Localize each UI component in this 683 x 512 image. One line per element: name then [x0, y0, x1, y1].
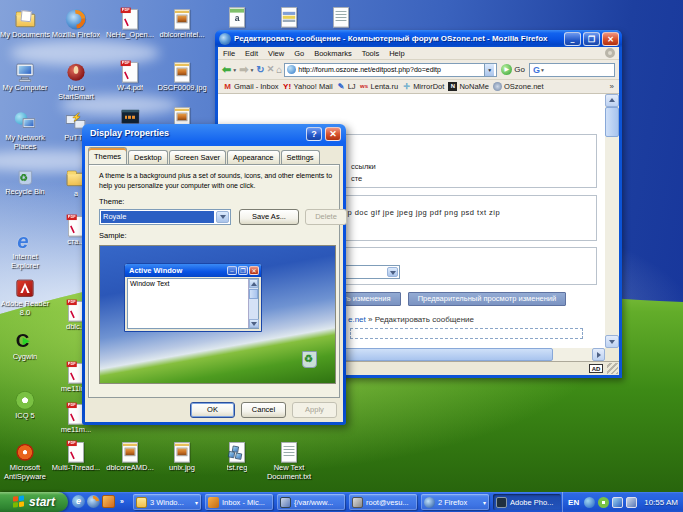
image-file-icon: [170, 62, 193, 82]
resize-grip[interactable]: [607, 363, 618, 374]
delete-button[interactable]: Delete: [305, 209, 347, 225]
taskbar-button-adobe[interactable]: Adobe Pho...: [493, 494, 561, 510]
ok-button[interactable]: OK: [190, 402, 235, 418]
document-icon: a: [225, 7, 248, 27]
menu-go[interactable]: Go: [289, 49, 309, 58]
tab-strip: Themes Desktop Screen Saver Appearance S…: [88, 147, 321, 164]
dashed-focus-box: [350, 328, 583, 339]
menu-edit[interactable]: Edit: [240, 49, 263, 58]
help-button[interactable]: ?: [306, 127, 322, 141]
lenta-icon: ws: [360, 82, 369, 91]
filetypes-text: bmp doc gif jpe jpeg jpg pdf png psd txt…: [336, 208, 500, 217]
quicklaunch-ie-icon[interactable]: e: [72, 495, 85, 508]
firefox-titlebar[interactable]: Редактировать сообщение - Компьютерный ф…: [215, 30, 622, 47]
taskbar-button-firefox-group[interactable]: 2 Firefox▾: [421, 494, 489, 510]
back-button[interactable]: ⬅: [222, 63, 231, 76]
menu-help[interactable]: Help: [384, 49, 409, 58]
bookmark-noname[interactable]: NNoNaMe: [448, 82, 489, 91]
bookmark-lenta[interactable]: wsLenta.ru: [360, 82, 399, 91]
start-button[interactable]: start: [0, 492, 68, 512]
preview-changes-button[interactable]: Предварительный просмотр изменений: [408, 292, 566, 306]
adblock-badge[interactable]: AD: [589, 364, 603, 373]
quicklaunch-app-icon[interactable]: [102, 495, 115, 508]
tray-network-icon[interactable]: [626, 497, 637, 508]
bookmark-gmail[interactable]: MGmail - Inbox: [223, 82, 279, 91]
go-button[interactable]: ▶Go: [499, 64, 527, 75]
tray-display-icon[interactable]: [612, 497, 623, 508]
sample-label: Sample:: [99, 231, 127, 240]
bookmark-mirrordot[interactable]: ✛MirrorDot: [402, 82, 444, 91]
dialog-title[interactable]: Display Properties: [90, 128, 169, 138]
combo-arrow[interactable]: [216, 211, 229, 223]
firefox-icon: [424, 497, 435, 508]
theme-combobox[interactable]: Royale: [99, 209, 231, 225]
quicklaunch-firefox-icon[interactable]: [87, 495, 100, 508]
antispyware-icon: [13, 442, 36, 462]
menu-tools[interactable]: Tools: [357, 49, 385, 58]
dialog-close-button[interactable]: ✕: [325, 127, 341, 141]
back-dropdown[interactable]: ▼: [232, 67, 237, 73]
minimize-button[interactable]: –: [564, 32, 581, 46]
preview-minimize-icon: –: [227, 266, 237, 275]
bookmark-yahoo[interactable]: Y!Yahoo! Mail: [283, 82, 333, 91]
my-documents-icon: [13, 9, 36, 29]
firefox-icon: [64, 9, 87, 29]
close-button[interactable]: ✕: [602, 32, 619, 46]
taskbar-button-root[interactable]: root@vesu...: [349, 494, 417, 510]
throbber-icon: [605, 48, 615, 58]
forward-dropdown[interactable]: ▼: [249, 67, 254, 73]
maximize-button[interactable]: ❐: [583, 32, 600, 46]
preview-scrollbar: [248, 279, 258, 328]
pdf-icon: [118, 9, 141, 29]
search-box[interactable]: G▼: [529, 63, 615, 77]
preview-recycle-bin-icon: ♻: [299, 347, 321, 371]
scroll-thumb[interactable]: [605, 107, 619, 137]
pencil-icon: ✎: [337, 82, 346, 91]
taskbar-button-var-www[interactable]: {/var/www...: [277, 494, 345, 510]
firefox-bookmarks-bar: MGmail - Inbox Y!Yahoo! Mail ✎LJ wsLenta…: [218, 80, 619, 94]
tray-icq-icon[interactable]: [598, 497, 609, 508]
quicklaunch-overflow[interactable]: »: [117, 495, 127, 508]
stop-button[interactable]: ✕: [267, 63, 275, 76]
menu-view[interactable]: View: [263, 49, 289, 58]
desktop-icon-dscf[interactable]: DSCF0009.jpg: [150, 57, 214, 93]
bookmark-oszone[interactable]: OSzone.net: [493, 82, 544, 91]
display-properties-dialog: Display Properties ? ✕ Themes Desktop Sc…: [82, 124, 346, 425]
home-button[interactable]: ⌂: [276, 63, 282, 76]
scroll-corner: [605, 348, 619, 361]
bookmark-lj[interactable]: ✎LJ: [337, 82, 356, 91]
tab-screensaver[interactable]: Screen Saver: [169, 150, 226, 164]
cancel-button[interactable]: Cancel: [241, 402, 286, 418]
nero-icon: [64, 62, 87, 82]
gmail-icon: M: [223, 82, 232, 91]
tray-update-icon[interactable]: [584, 497, 595, 508]
save-as-button[interactable]: Save As...: [239, 209, 299, 225]
forward-button[interactable]: ➡: [239, 63, 248, 76]
bookmarks-overflow[interactable]: »: [610, 82, 614, 91]
tab-themes[interactable]: Themes: [88, 147, 127, 164]
desktop-icon-cygwin[interactable]: CCygwin: [0, 326, 57, 362]
desktop-icon-doc3[interactable]: [309, 2, 373, 28]
apply-button[interactable]: Apply: [292, 402, 337, 418]
menu-bookmarks[interactable]: Bookmarks: [309, 49, 357, 58]
desktop-icon-newtext[interactable]: New Text Document.txt: [257, 437, 321, 481]
menu-file[interactable]: File: [218, 49, 240, 58]
reload-button[interactable]: ↻: [256, 63, 264, 76]
tab-desktop[interactable]: Desktop: [128, 150, 168, 164]
tab-appearance[interactable]: Appearance: [227, 150, 279, 164]
image-file-icon: [170, 9, 193, 29]
registry-file-icon: [225, 442, 248, 462]
tab-settings[interactable]: Settings: [281, 150, 320, 164]
language-indicator[interactable]: EN: [568, 498, 579, 507]
vertical-scrollbar[interactable]: [605, 94, 619, 348]
theme-value: Royale: [101, 211, 214, 223]
image-file-icon: [170, 442, 193, 462]
url-bar[interactable]: http://forum.oszone.net/editpost.php?do=…: [284, 63, 497, 77]
breadcrumb-link[interactable]: e.net: [348, 315, 366, 324]
url-dropdown[interactable]: ▼: [484, 64, 494, 76]
taskbar-button-inbox[interactable]: Inbox - Mic...: [205, 494, 273, 510]
taskbar-button-explorer-group[interactable]: 3 Windo...▾: [133, 494, 201, 510]
network-places-icon: [13, 112, 36, 132]
document-icon: [329, 7, 352, 27]
pdf-icon: [118, 62, 141, 82]
